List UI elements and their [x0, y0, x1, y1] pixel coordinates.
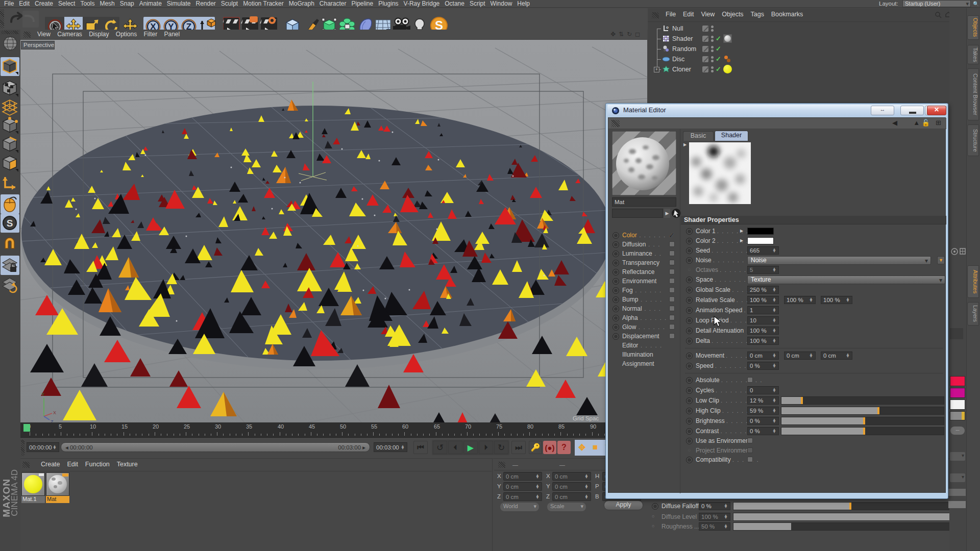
svg-text:X: X — [53, 410, 56, 415]
svg-text:Grid Spac: Grid Spac — [573, 415, 599, 421]
svg-text:S: S — [7, 218, 13, 229]
svg-text:o: o — [666, 25, 669, 30]
svg-text:Y: Y — [41, 392, 44, 397]
